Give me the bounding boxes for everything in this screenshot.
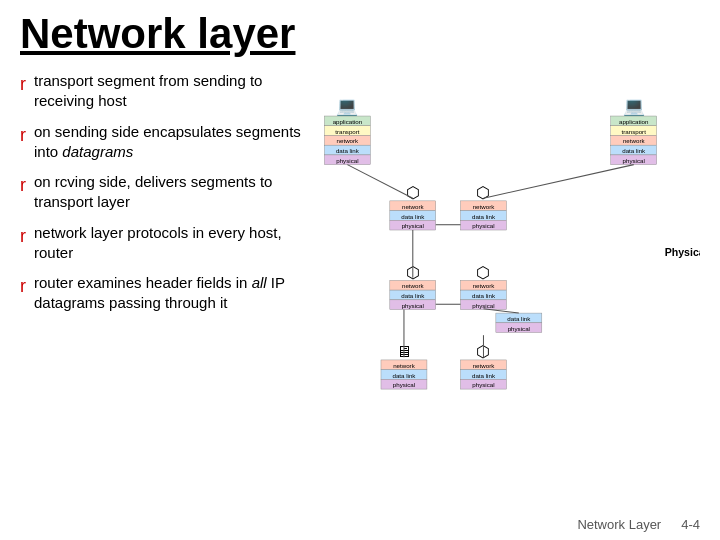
- footer: Network Layer 4-4: [577, 517, 700, 532]
- svg-text:network: network: [473, 203, 496, 210]
- svg-rect-21: [461, 211, 507, 221]
- svg-text:data link: data link: [401, 292, 425, 299]
- footer-page: 4-4: [681, 517, 700, 532]
- svg-text:network: network: [473, 282, 496, 289]
- svg-text:data link: data link: [472, 213, 496, 220]
- svg-text:⬡: ⬡: [476, 264, 490, 281]
- svg-text:physical: physical: [472, 222, 494, 229]
- svg-text:physical: physical: [472, 381, 494, 388]
- svg-text:network: network: [623, 137, 646, 144]
- bullet-text-2: on sending side encapsulates segments in…: [34, 122, 310, 163]
- svg-text:data link: data link: [507, 315, 531, 322]
- svg-rect-51: [461, 360, 507, 370]
- bullet-1: r transport segment from sending to rece…: [20, 71, 310, 112]
- svg-text:⬡: ⬡: [406, 184, 420, 201]
- svg-text:application: application: [333, 118, 363, 125]
- bullet-icon-3: r: [20, 173, 26, 197]
- svg-text:network: network: [402, 203, 425, 210]
- svg-rect-23: [461, 220, 507, 230]
- bullet-icon-5: r: [20, 274, 26, 298]
- svg-text:data link: data link: [472, 292, 496, 299]
- svg-rect-14: [390, 211, 436, 221]
- slide-title: Network layer: [20, 10, 700, 58]
- bullet-icon-2: r: [20, 123, 26, 147]
- svg-rect-12: [390, 201, 436, 211]
- svg-rect-26: [390, 280, 436, 290]
- slide: Network layer r transport segment from s…: [0, 0, 720, 540]
- svg-text:💻: 💻: [336, 95, 359, 117]
- svg-rect-7: [324, 145, 370, 155]
- svg-text:application: application: [619, 118, 649, 125]
- left-panel: r transport segment from sending to rece…: [20, 66, 310, 516]
- svg-rect-16: [390, 220, 436, 230]
- bullet-5: r router examines header fields in all I…: [20, 273, 310, 314]
- svg-text:⬡: ⬡: [406, 264, 420, 281]
- svg-text:physical: physical: [393, 381, 415, 388]
- svg-rect-62: [611, 135, 657, 145]
- svg-rect-9: [324, 155, 370, 165]
- svg-rect-58: [611, 116, 657, 126]
- svg-text:data link: data link: [401, 213, 425, 220]
- svg-rect-19: [461, 201, 507, 211]
- svg-rect-41: [496, 323, 542, 333]
- bullet-4: r network layer protocols in every host,…: [20, 223, 310, 264]
- svg-rect-66: [611, 155, 657, 165]
- content-area: r transport segment from sending to rece…: [20, 66, 700, 516]
- svg-rect-44: [381, 360, 427, 370]
- bullet-text-4: network layer protocols in every host, r…: [34, 223, 310, 264]
- svg-rect-55: [461, 379, 507, 389]
- svg-text:physical: physical: [336, 157, 358, 164]
- svg-rect-37: [461, 300, 507, 310]
- svg-rect-48: [381, 379, 427, 389]
- svg-rect-5: [324, 135, 370, 145]
- svg-rect-60: [611, 126, 657, 136]
- bullet-text-3: on rcving side, delivers segments to tra…: [34, 172, 310, 213]
- svg-rect-30: [390, 300, 436, 310]
- svg-line-73: [483, 309, 518, 313]
- svg-text:physical: physical: [402, 222, 424, 229]
- diagram-svg: 💻 application transport network data lin…: [320, 66, 700, 516]
- bullet-icon-4: r: [20, 224, 26, 248]
- footer-label: Network Layer: [577, 517, 661, 532]
- svg-rect-33: [461, 280, 507, 290]
- svg-rect-35: [461, 290, 507, 300]
- bullet-icon-1: r: [20, 72, 26, 96]
- svg-rect-39: [496, 313, 542, 323]
- svg-text:transport: transport: [622, 128, 647, 135]
- svg-text:network: network: [393, 362, 416, 369]
- svg-text:data link: data link: [336, 147, 360, 154]
- svg-text:physical: physical: [472, 302, 494, 309]
- svg-text:🖥: 🖥: [396, 343, 412, 360]
- svg-text:physical: physical: [402, 302, 424, 309]
- right-panel: 💻 application transport network data lin…: [320, 66, 700, 516]
- svg-rect-28: [390, 290, 436, 300]
- svg-rect-53: [461, 370, 507, 380]
- svg-text:data link: data link: [392, 372, 416, 379]
- svg-rect-46: [381, 370, 427, 380]
- svg-text:⬡: ⬡: [476, 184, 490, 201]
- bullet-text-5: router examines header fields in all IP …: [34, 273, 310, 314]
- svg-line-68: [347, 165, 412, 199]
- svg-text:⬡: ⬡: [476, 343, 490, 360]
- svg-text:network: network: [473, 362, 496, 369]
- svg-text:data link: data link: [472, 372, 496, 379]
- svg-rect-3: [324, 126, 370, 136]
- svg-text:network: network: [402, 282, 425, 289]
- bullet-3: r on rcving side, delivers segments to t…: [20, 172, 310, 213]
- svg-text:physical: physical: [623, 157, 645, 164]
- svg-rect-64: [611, 145, 657, 155]
- svg-line-70: [483, 165, 633, 199]
- bullet-2: r on sending side encapsulates segments …: [20, 122, 310, 163]
- svg-text:data link: data link: [622, 147, 646, 154]
- svg-text:transport: transport: [335, 128, 360, 135]
- diagram: 💻 application transport network data lin…: [320, 66, 700, 516]
- svg-text:Physical: Physical: [665, 246, 700, 258]
- svg-rect-1: [324, 116, 370, 126]
- svg-text:💻: 💻: [623, 95, 646, 117]
- bullet-text-1: transport segment from sending to receiv…: [34, 71, 310, 112]
- svg-text:physical: physical: [508, 325, 530, 332]
- svg-text:network: network: [337, 137, 360, 144]
